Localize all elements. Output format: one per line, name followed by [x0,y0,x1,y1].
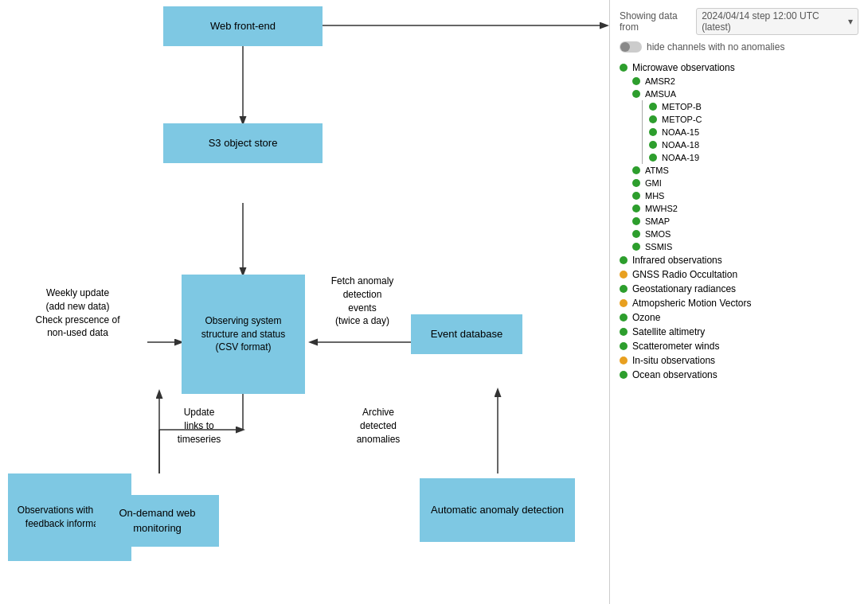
channel-item[interactable]: GNSS Radio Occultation [620,267,858,282]
status-dot [632,205,640,212]
channel-label: GNSS Radio Occultation [632,269,737,280]
status-dot [620,314,628,321]
channel-label: AMSR2 [645,76,675,86]
status-dot [620,271,628,279]
update-links-label: Update links to timeseries [167,406,231,446]
status-dot [620,256,628,264]
archive-label: Archive detected anomalies [334,406,422,446]
channel-label: Atmopsheric Motion Vectors [632,298,751,309]
status-dot [620,285,628,293]
channel-item[interactable]: Atmopsheric Motion Vectors [620,296,858,310]
status-dot [632,90,640,98]
channel-label: Microwave observations [632,62,735,73]
status-dot [632,230,640,238]
status-dot [649,141,657,149]
channel-item[interactable]: SSMIS [620,240,858,253]
channel-item[interactable]: Satellite altimetry [620,325,858,339]
channel-label: NOAA-18 [662,140,699,150]
hide-channels-label: hide channels with no anomalies [647,41,784,53]
channel-label: In-situ observations [632,355,715,366]
channel-item[interactable]: MHS [620,189,858,202]
status-dot [620,342,628,350]
on-demand-box: On-demand web monitoring [96,495,219,547]
channel-label: METOP-C [662,115,702,124]
channel-item[interactable]: GMI [620,177,858,189]
status-dot [632,192,640,200]
date-value: 2024/04/14 step 12:00 UTC (latest) [702,10,845,33]
status-dot [632,166,640,174]
channel-label: Geostationary radiances [632,283,736,294]
channel-item[interactable]: Infrared observations [620,253,858,267]
channel-label: Ozone [632,312,660,323]
status-dot [632,217,640,225]
status-dot [620,357,628,364]
channel-label: Scatterometer winds [632,341,719,352]
channel-item[interactable]: METOP-C [642,113,858,126]
hide-channels-row: hide channels with no anomalies [620,41,858,53]
diagram-area: Web front-end S3 object store Observing … [0,0,609,604]
status-dot [620,64,628,72]
channel-item[interactable]: AMSUA [620,88,858,100]
channel-item[interactable]: METOP-B [642,100,858,113]
channel-item[interactable]: Scatterometer winds [620,339,858,353]
date-dropdown[interactable]: 2024/04/14 step 12:00 UTC (latest) ▾ [696,8,858,35]
channel-label: SMOS [645,229,671,239]
channel-label: SSMIS [645,242,672,251]
channel-label: AMSUA [645,89,676,99]
showing-label: Showing data from [620,10,696,33]
auto-anomaly-box: Automatic anomaly detection [420,478,575,542]
channel-item[interactable]: SMAP [620,215,858,228]
channel-label: METOP-B [662,102,702,111]
status-dot [620,299,628,307]
channel-item[interactable]: Microwave observations [620,60,858,75]
s3-store-box: S3 object store [163,123,323,163]
chevron-down-icon: ▾ [848,16,853,27]
channel-label: ATMS [645,166,669,175]
channel-item[interactable]: ATMS [620,164,858,177]
channel-label: NOAA-19 [662,153,699,162]
status-dot [649,115,657,123]
status-dot [620,371,628,379]
status-dot [632,179,640,187]
right-panel: Showing data from 2024/04/14 step 12:00 … [609,0,868,604]
channel-item[interactable]: Ozone [620,310,858,325]
status-dot [649,103,657,111]
channel-list: Microwave observationsAMSR2AMSUAMETOP-BM… [620,60,858,382]
status-dot [632,77,640,85]
channel-label: NOAA-15 [662,127,699,137]
status-dot [649,154,657,162]
channel-item[interactable]: MWHS2 [620,202,858,215]
channel-label: Infrared observations [632,255,722,266]
channel-label: MHS [645,191,664,201]
status-dot [632,243,640,251]
channel-item[interactable]: AMSR2 [620,75,858,88]
status-dot [649,128,657,136]
channel-item[interactable]: SMOS [620,228,858,240]
channel-item[interactable]: NOAA-18 [642,138,858,151]
channel-item[interactable]: NOAA-15 [642,126,858,138]
channel-item[interactable]: In-situ observations [620,353,858,368]
channel-label: Ocean observations [632,369,717,380]
panel-header: Showing data from 2024/04/14 step 12:00 … [620,8,858,35]
observing-system-box: Observing system structure and status (C… [182,275,305,394]
status-dot [620,328,628,336]
channel-label: SMAP [645,216,670,226]
channel-label: GMI [645,178,662,188]
web-frontend-box: Web front-end [163,6,323,46]
fetch-anomaly-label: Fetch anomaly detection events (twice a … [315,275,410,328]
channel-item[interactable]: Ocean observations [620,368,858,382]
event-database-box: Event database [411,314,522,354]
weekly-update-label: Weekly update (add new data) Check presc… [4,286,151,340]
channel-label: MWHS2 [645,204,678,213]
channel-item[interactable]: Geostationary radiances [620,282,858,296]
channel-label: Satellite altimetry [632,326,705,337]
hide-channels-toggle[interactable] [620,41,642,53]
channel-item[interactable]: NOAA-19 [642,151,858,164]
